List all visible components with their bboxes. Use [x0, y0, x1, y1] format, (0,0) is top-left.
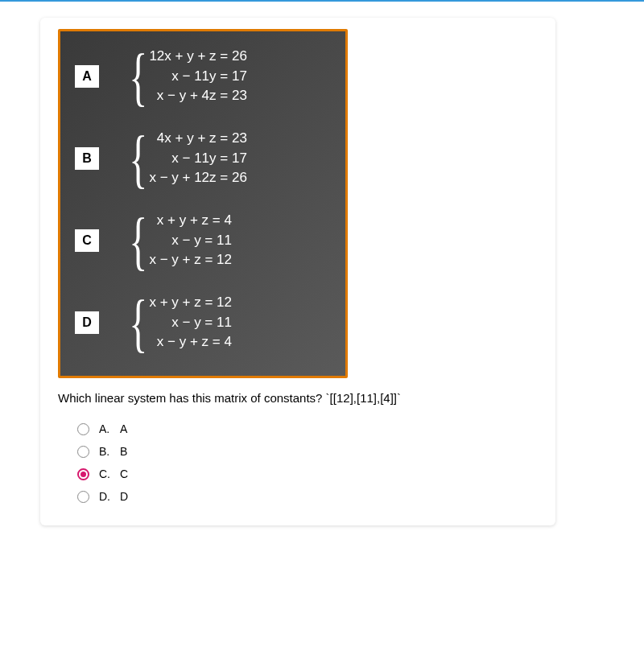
option-badge: C — [75, 229, 99, 252]
equation-line: x − y + z = 12 — [149, 250, 232, 270]
equation-list: 4x + y + z = 23 x − 11y = 17 x − y + 12z… — [149, 128, 246, 189]
system-option-a: A { 12x + y + z = 26 x − 11y = 17 x − y … — [75, 46, 331, 107]
question-text: Which linear system has this matrix of c… — [58, 391, 541, 405]
equation-system: { 12x + y + z = 26 x − 11y = 17 x − y + … — [117, 46, 247, 107]
answer-label: A — [120, 422, 127, 435]
answer-list: A. A B. B C. C D. D — [77, 422, 541, 503]
equation-list: 12x + y + z = 26 x − 11y = 17 x − y + 4z… — [149, 46, 246, 107]
equation-line: x + y + z = 4 — [149, 211, 232, 231]
equation-line: x − y = 11 — [149, 313, 232, 333]
left-brace-icon: { — [129, 210, 147, 271]
answer-letter: D. — [99, 490, 112, 503]
radio-icon[interactable] — [77, 446, 89, 458]
equation-line: x − y + 4z = 23 — [149, 86, 246, 106]
system-option-c: C { x + y + z = 4 x − y = 11 x − y + z =… — [75, 210, 331, 271]
system-option-d: D { x + y + z = 12 x − y = 11 x − y + z … — [75, 292, 331, 353]
answer-option-c[interactable]: C. C — [77, 467, 541, 480]
equation-system: { x + y + z = 4 x − y = 11 x − y + z = 1… — [117, 210, 232, 271]
equation-line: x − y = 11 — [149, 231, 232, 251]
answer-label: B — [120, 445, 127, 458]
option-badge: A — [75, 65, 99, 88]
system-option-b: B { 4x + y + z = 23 x − 11y = 17 x − y +… — [75, 128, 331, 189]
answer-option-a[interactable]: A. A — [77, 422, 541, 435]
equation-system: { 4x + y + z = 23 x − 11y = 17 x − y + 1… — [117, 128, 247, 189]
radio-icon[interactable] — [77, 423, 89, 435]
left-brace-icon: { — [129, 128, 147, 189]
left-brace-icon: { — [129, 292, 147, 353]
answer-option-d[interactable]: D. D — [77, 490, 541, 503]
equation-board-frame: A { 12x + y + z = 26 x − 11y = 17 x − y … — [58, 29, 348, 378]
equation-line: x + y + z = 12 — [149, 293, 232, 313]
equation-system: { x + y + z = 12 x − y = 11 x − y + z = … — [117, 292, 232, 353]
option-badge: D — [75, 311, 99, 334]
answer-letter: B. — [99, 445, 112, 458]
equation-line: x − 11y = 17 — [149, 67, 246, 87]
answer-label: C — [120, 467, 128, 480]
equation-list: x + y + z = 4 x − y = 11 x − y + z = 12 — [149, 210, 232, 271]
left-brace-icon: { — [129, 46, 147, 107]
answer-letter: C. — [99, 467, 112, 480]
equation-line: 12x + y + z = 26 — [149, 47, 246, 67]
equation-line: x − 11y = 17 — [149, 149, 246, 169]
radio-icon[interactable] — [77, 491, 89, 503]
equation-line: x − y + 12z = 26 — [149, 168, 246, 188]
answer-label: D — [120, 490, 128, 503]
equation-line: x − y + z = 4 — [149, 332, 232, 352]
equation-list: x + y + z = 12 x − y = 11 x − y + z = 4 — [149, 292, 232, 353]
option-badge: B — [75, 147, 99, 170]
question-card: A { 12x + y + z = 26 x − 11y = 17 x − y … — [40, 18, 555, 525]
radio-icon[interactable] — [77, 468, 89, 480]
answer-option-b[interactable]: B. B — [77, 445, 541, 458]
answer-letter: A. — [99, 422, 112, 435]
equation-board: A { 12x + y + z = 26 x − 11y = 17 x − y … — [60, 31, 345, 376]
equation-line: 4x + y + z = 23 — [149, 129, 246, 149]
